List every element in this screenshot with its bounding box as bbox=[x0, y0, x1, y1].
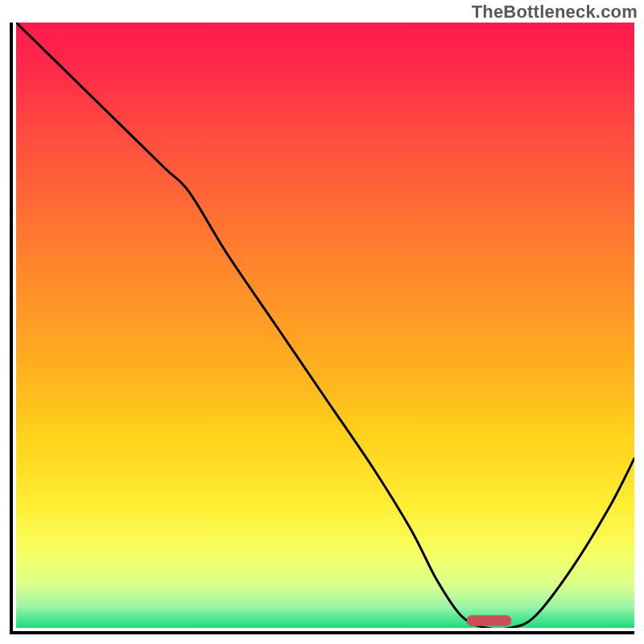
optimal-range-marker bbox=[16, 23, 634, 628]
watermark-text: TheBottleneck.com bbox=[472, 2, 638, 23]
plot-axes bbox=[10, 23, 634, 634]
plot-area bbox=[16, 23, 634, 628]
svg-rect-1 bbox=[468, 616, 511, 625]
chart-frame: TheBottleneck.com bbox=[0, 0, 644, 644]
